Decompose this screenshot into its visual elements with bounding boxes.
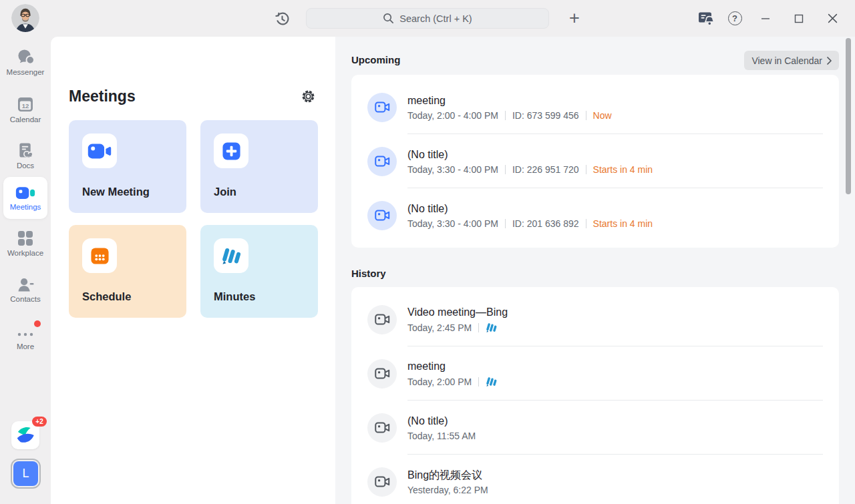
notification-dot — [34, 320, 41, 327]
history-row-3[interactable]: (No title) Today, 11:55 AM — [351, 401, 839, 455]
sidebar-item-label: Calendar — [10, 115, 41, 123]
separator — [586, 219, 586, 228]
close-icon — [828, 13, 838, 23]
new-button[interactable]: + — [564, 5, 584, 31]
view-in-calendar-button[interactable]: View in Calendar — [744, 51, 839, 70]
meeting-id: ID: 226 951 720 — [512, 164, 579, 175]
meeting-title: meeting — [407, 94, 612, 107]
more-dots-wrap — [17, 328, 34, 340]
history-heading: History — [351, 268, 386, 279]
minimize-button[interactable] — [752, 7, 779, 30]
workspace-avatar[interactable]: L — [11, 459, 41, 489]
meeting-title: meeting — [407, 360, 497, 372]
top-bar: Search (Ctrl + K) + ? — [0, 0, 855, 37]
history-row-4[interactable]: Bing的视频会议 Yesterday, 6:22 PM — [351, 455, 839, 504]
minimize-icon — [761, 14, 770, 23]
separator — [586, 165, 586, 174]
minutes-card[interactable]: Minutes — [200, 225, 318, 318]
meeting-avatar — [367, 359, 397, 389]
upcoming-row-3[interactable]: (No title) Today, 3:30 - 4:00 PM ID: 201… — [351, 188, 839, 242]
join-icon-box — [214, 134, 248, 168]
schedule-card[interactable]: Schedule — [69, 225, 186, 318]
maximize-button[interactable] — [786, 7, 812, 30]
maximize-icon — [794, 14, 804, 23]
lark-bird-icon — [14, 424, 37, 447]
separator — [505, 219, 506, 228]
video-camera-icon — [375, 313, 390, 326]
sidebar-item-more[interactable]: More — [0, 328, 51, 350]
meeting-time: Today, 2:45 PM — [407, 322, 472, 333]
meetings-panel: Meetings New Meeting — [51, 37, 335, 504]
video-camera-icon — [375, 421, 390, 434]
page-title: Meetings — [69, 87, 136, 105]
meeting-time: Today, 2:00 - 4:00 PM — [407, 110, 498, 121]
lark-app-logo[interactable]: +2 — [11, 421, 39, 449]
join-card[interactable]: Join — [200, 120, 318, 213]
join-plus-icon — [222, 142, 241, 161]
sidebar-item-label: Messenger — [7, 68, 45, 76]
sidebar: Messenger 12 Calendar Docs Meetings — [0, 37, 51, 504]
recent-history-button[interactable] — [273, 9, 291, 28]
minutes-badge-icon[interactable] — [486, 322, 497, 333]
search-icon — [383, 13, 394, 24]
calendar-day-number: 12 — [22, 102, 29, 109]
user-avatar-photo — [11, 4, 39, 32]
search-placeholder: Search (Ctrl + K) — [399, 13, 472, 24]
contacts-icon — [17, 277, 35, 292]
sidebar-item-messenger[interactable]: Messenger — [0, 49, 51, 76]
separator — [478, 323, 479, 332]
minutes-logo-icon — [221, 246, 241, 266]
sidebar-item-workplace[interactable]: Workplace — [0, 230, 51, 257]
sidebar-item-meetings[interactable]: Meetings — [3, 177, 47, 219]
upcoming-card: meeting Today, 2:00 - 4:00 PM ID: 673 59… — [351, 75, 839, 248]
new-meeting-card[interactable]: New Meeting — [69, 120, 186, 213]
meeting-time: Today, 3:30 - 4:00 PM — [407, 218, 498, 229]
help-button[interactable]: ? — [724, 8, 745, 29]
messenger-icon — [17, 49, 35, 65]
docs-icon — [17, 142, 34, 159]
user-avatar[interactable] — [11, 4, 39, 32]
history-row-1[interactable]: Video meeting—Bing Today, 2:45 PM — [351, 292, 839, 346]
sidebar-item-label: Meetings — [10, 203, 41, 211]
board-bell-icon — [698, 11, 715, 26]
help-icon: ? — [728, 11, 742, 25]
meeting-title: Bing的视频会议 — [407, 469, 488, 481]
scrollbar-thumb[interactable] — [846, 38, 851, 194]
history-row-2[interactable]: meeting Today, 2:00 PM — [351, 346, 839, 401]
history-card: Video meeting—Bing Today, 2:45 PM meetin… — [351, 287, 839, 504]
new-meeting-camera-icon — [88, 142, 112, 160]
workplace-icon — [17, 230, 33, 246]
view-in-calendar-label: View in Calendar — [751, 55, 822, 66]
search-input[interactable]: Search (Ctrl + K) — [306, 8, 549, 29]
upcoming-row-2[interactable]: (No title) Today, 3:30 - 4:00 PM ID: 226… — [351, 134, 839, 188]
sidebar-item-label: Docs — [17, 162, 34, 170]
separator — [586, 111, 586, 120]
meeting-avatar — [367, 413, 397, 443]
workspace-initial: L — [13, 461, 38, 486]
meeting-status: Starts in 4 min — [593, 164, 653, 175]
meetings-lists-panel: Upcoming View in Calendar meeting Today,… — [335, 37, 855, 504]
video-camera-icon — [375, 475, 390, 488]
close-button[interactable] — [819, 7, 846, 30]
new-meeting-label: New Meeting — [82, 186, 150, 198]
meeting-id: ID: 673 599 456 — [512, 110, 579, 121]
settings-button[interactable] — [301, 89, 317, 105]
meeting-time: Today, 11:55 AM — [407, 431, 476, 441]
more-icon — [17, 332, 34, 337]
sidebar-item-contacts[interactable]: Contacts — [0, 277, 51, 303]
minutes-badge-icon[interactable] — [486, 376, 497, 387]
minutes-icon-box — [214, 238, 248, 273]
meeting-title: (No title) — [407, 148, 653, 161]
history-clock-icon — [274, 11, 291, 27]
meeting-time: Today, 2:00 PM — [407, 376, 472, 387]
separator — [505, 111, 506, 120]
meeting-status: Now — [593, 110, 612, 121]
sidebar-item-docs[interactable]: Docs — [0, 142, 51, 170]
upcoming-row-1[interactable]: meeting Today, 2:00 - 4:00 PM ID: 673 59… — [351, 80, 839, 134]
sidebar-item-calendar[interactable]: 12 Calendar — [0, 95, 51, 123]
video-camera-icon — [375, 367, 390, 380]
new-meeting-icon-box — [82, 134, 117, 168]
meetings-camera-icon — [15, 186, 35, 201]
announcement-button[interactable] — [696, 8, 717, 29]
sidebar-item-label: Contacts — [10, 295, 40, 303]
